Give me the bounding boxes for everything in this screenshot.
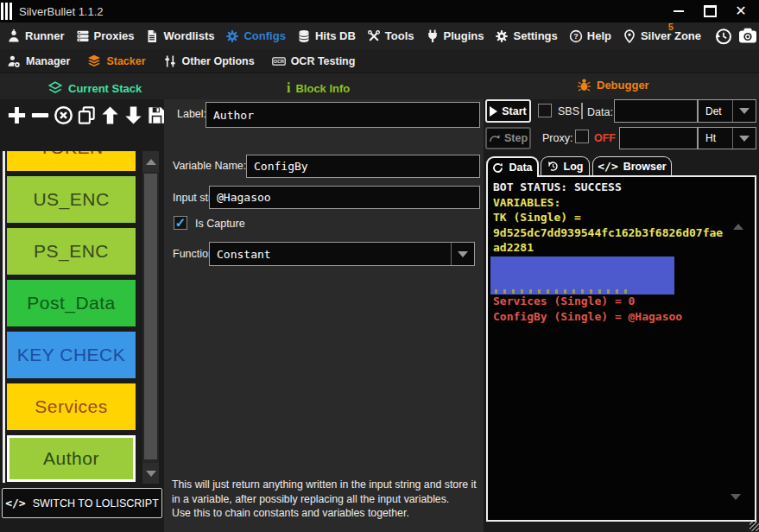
menu-item-silver-zone[interactable]: 5 Silver Zone — [623, 29, 701, 43]
tools-icon — [367, 29, 381, 43]
block-us-enc[interactable]: US_ENC — [7, 176, 136, 223]
console-scroll-down[interactable] — [731, 500, 741, 516]
current-stack-header: Current Stack — [47, 81, 142, 95]
is-capture-checkbox[interactable]: ✓ — [174, 216, 187, 230]
maximize-button[interactable] — [700, 3, 719, 20]
history-icon — [547, 161, 559, 172]
input-string-input[interactable] — [209, 186, 480, 209]
chevron-down-icon — [733, 100, 756, 122]
console-line: VARIABLES: — [493, 195, 755, 211]
data-caption: Data: — [587, 106, 613, 118]
console-line: BOT STATUS: SUCCESS — [493, 180, 755, 195]
variable-name-caption: Variable Name: — [173, 160, 246, 172]
history-button[interactable] — [712, 26, 733, 47]
proxy-checkbox[interactable] — [575, 130, 589, 143]
tab-browser[interactable]: </> Browser — [592, 156, 672, 175]
block-services[interactable]: Services — [7, 383, 136, 430]
camera-icon — [738, 27, 757, 46]
tab-log[interactable]: Log — [541, 156, 590, 175]
refresh-icon — [492, 162, 503, 174]
add-block-button[interactable] — [5, 102, 28, 128]
runner-icon — [7, 29, 21, 43]
minus-icon — [29, 104, 51, 126]
move-up-button[interactable] — [98, 102, 121, 128]
menu-item-proxies[interactable]: Proxies — [76, 29, 135, 43]
menu-item-wordlists[interactable]: Wordlists — [145, 29, 214, 43]
block-author[interactable]: Author — [7, 435, 136, 482]
console-scroll-up[interactable] — [733, 209, 743, 225]
window-title: SilverBullet 1.1.2 — [19, 5, 104, 18]
plus-icon — [6, 104, 28, 126]
svg-text:OCR: OCR — [274, 59, 284, 64]
info-icon: i — [287, 81, 290, 95]
remove-block-button[interactable] — [28, 102, 51, 128]
manager-icon — [7, 54, 21, 68]
debug-console[interactable]: BOT STATUS: SUCCESS VARIABLES: TK (Singl… — [486, 175, 756, 522]
function-select[interactable]: Constant — [209, 242, 475, 266]
switch-to-loliscript-button[interactable]: </> SWITCH TO LOLISCRIPT — [2, 488, 162, 518]
clear-blocks-button[interactable] — [52, 102, 74, 128]
menu-item-hits-db[interactable]: Hits DB — [297, 29, 356, 43]
server-icon — [76, 29, 90, 43]
stack-diamond-icon — [47, 81, 63, 95]
duplicate-block-button[interactable] — [75, 102, 98, 128]
menu-item-help[interactable]: ? Help — [569, 29, 611, 43]
step-arrow-icon — [489, 133, 500, 143]
main-menu: Runner Proxies Wordlists Configs Hits DB… — [0, 22, 759, 49]
scroll-up-button[interactable] — [142, 151, 159, 172]
sbs-caption: SBS — [558, 105, 579, 117]
title-bar: SilverBullet 1.1.2 ✕ — [0, 0, 759, 22]
label-input[interactable] — [206, 102, 480, 128]
stack-layers-icon — [87, 54, 101, 68]
app-window: SilverBullet 1.1.2 ✕ Runner Proxies Word… — [0, 0, 759, 532]
block-token[interactable]: TOKEN — [7, 151, 136, 171]
proxy-input[interactable] — [619, 127, 698, 149]
plug-icon — [426, 29, 440, 43]
proxy-type-select[interactable]: Ht — [698, 127, 756, 149]
submenu-item-stacker[interactable]: Stacker — [87, 54, 145, 68]
submenu-item-other-options[interactable]: Other Options — [163, 54, 255, 68]
block-list-scrollbar[interactable] — [142, 151, 159, 484]
menu-item-tools[interactable]: Tools — [367, 29, 414, 43]
svg-text:?: ? — [573, 32, 579, 41]
console-line: ConfigBy (Single) = @Hagasoo — [493, 309, 755, 325]
move-down-button[interactable] — [122, 102, 144, 128]
tab-data[interactable]: Data — [486, 156, 539, 177]
data-input[interactable] — [614, 99, 698, 123]
menu-item-settings[interactable]: Settings — [495, 29, 557, 43]
check-icon: ✓ — [175, 216, 187, 229]
block-info-panel: Label: Variable Name: Input string: ✓ Is… — [164, 99, 484, 532]
gear-icon — [495, 29, 509, 43]
block-post-data[interactable]: Post_Data — [7, 280, 136, 326]
silver-zone-badge: 5 — [668, 22, 674, 32]
step-button[interactable]: Step — [485, 127, 531, 149]
code-icon: </> — [5, 497, 25, 510]
menu-item-runner[interactable]: Runner — [7, 29, 65, 43]
resize-grip[interactable] — [750, 522, 759, 531]
arrow-down-icon — [123, 104, 144, 126]
copy-icon — [76, 104, 98, 126]
submenu-item-ocr-testing[interactable]: OCR OCR Testing — [272, 54, 356, 68]
close-button[interactable]: ✕ — [731, 3, 750, 20]
variable-name-input[interactable] — [246, 155, 480, 178]
function-description: This will just return anything written i… — [172, 478, 479, 521]
menu-item-plugins[interactable]: Plugins — [426, 29, 484, 43]
start-button[interactable]: Start — [485, 99, 531, 123]
screenshot-button[interactable] — [737, 26, 758, 47]
proxy-caption: Proxy: — [542, 132, 572, 144]
sbs-checkbox[interactable] — [538, 104, 552, 117]
block-key-check[interactable]: KEY CHECK — [7, 332, 136, 378]
submenu-item-manager[interactable]: Manager — [7, 54, 70, 68]
data-type-select[interactable]: Det — [698, 99, 756, 123]
menu-item-configs[interactable]: Configs — [225, 29, 285, 43]
maximize-icon — [704, 5, 717, 17]
circle-x-icon — [53, 104, 74, 126]
block-ps-enc[interactable]: PS_ENC — [7, 228, 136, 275]
scrollbar-thumb[interactable] — [144, 174, 157, 459]
minimize-button[interactable] — [669, 3, 688, 20]
is-capture-caption: Is Capture — [195, 218, 245, 230]
stack-panel: TOKEN US_ENC PS_ENC Post_Data KEY CHECK … — [0, 99, 164, 532]
minimize-icon — [674, 10, 684, 12]
sub-menu: Manager Stacker Other Options OCR OCR Te… — [0, 49, 759, 73]
scroll-down-button[interactable] — [142, 463, 159, 484]
